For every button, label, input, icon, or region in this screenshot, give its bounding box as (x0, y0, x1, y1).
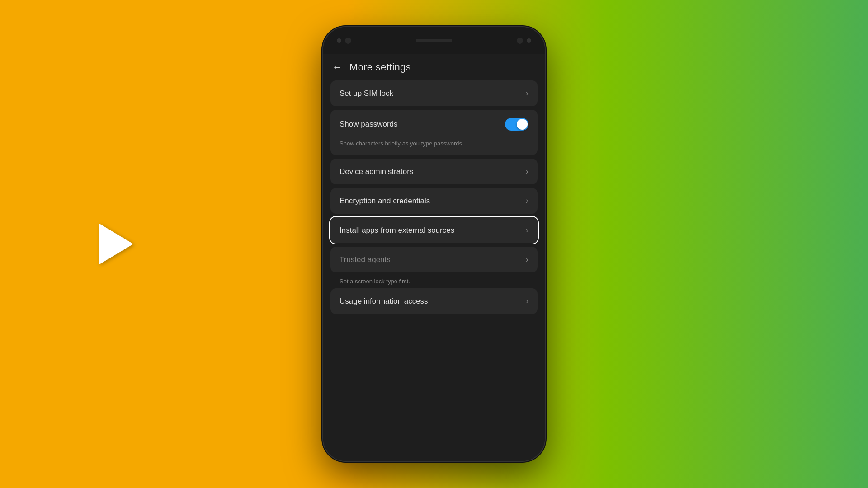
usage-access-label: Usage information access (340, 297, 428, 306)
encryption-chevron: › (526, 196, 528, 206)
phone-wrapper: ← More settings Set up SIM lock › Show p… (321, 27, 547, 461)
page-title: More settings (349, 61, 411, 73)
phone-speaker (416, 39, 452, 42)
settings-item-usage-access[interactable]: Usage information access › (330, 288, 538, 314)
install-apps-chevron: › (526, 225, 528, 235)
camera-dot-4 (527, 38, 531, 43)
back-button[interactable]: ← (332, 61, 342, 73)
phone-shell: ← More settings Set up SIM lock › Show p… (323, 27, 545, 461)
settings-item-sim-lock[interactable]: Set up SIM lock › (330, 80, 538, 106)
encryption-label: Encryption and credentials (340, 197, 430, 206)
settings-list: Set up SIM lock › Show passwords Show ch… (323, 80, 545, 461)
screen-header: ← More settings (323, 54, 545, 80)
camera-group-right (517, 38, 531, 44)
show-passwords-toggle[interactable] (505, 118, 528, 131)
camera-group-left (337, 38, 351, 44)
install-apps-label: Install apps from external sources (340, 226, 454, 235)
settings-item-device-admins[interactable]: Device administrators › (330, 159, 538, 184)
trusted-agents-chevron: › (526, 255, 528, 264)
settings-item-trusted-agents[interactable]: Trusted agents › (330, 247, 538, 272)
settings-item-install-apps[interactable]: Install apps from external sources › (330, 217, 538, 243)
sim-lock-label: Set up SIM lock (340, 89, 393, 98)
device-admins-label: Device administrators (340, 167, 413, 176)
sim-lock-chevron: › (526, 89, 528, 98)
play-button[interactable] (99, 224, 133, 264)
trusted-agents-sublabel: Set a screen lock type first. (330, 278, 538, 285)
settings-item-encryption[interactable]: Encryption and credentials › (330, 188, 538, 214)
show-passwords-label: Show passwords (340, 120, 398, 129)
phone-top-bar (323, 27, 545, 54)
phone-screen: ← More settings Set up SIM lock › Show p… (323, 54, 545, 461)
camera-dot-1 (337, 38, 341, 43)
usage-access-chevron: › (526, 296, 528, 306)
show-passwords-block: Show passwords Show characters briefly a… (330, 110, 538, 155)
device-admins-chevron: › (526, 167, 528, 176)
trusted-agents-label: Trusted agents (340, 255, 391, 264)
toggle-knob (517, 119, 528, 130)
camera-dot-3 (517, 38, 523, 44)
show-passwords-description: Show characters briefly as you type pass… (330, 139, 538, 155)
camera-dot-2 (345, 38, 351, 44)
show-passwords-row[interactable]: Show passwords (330, 110, 538, 139)
